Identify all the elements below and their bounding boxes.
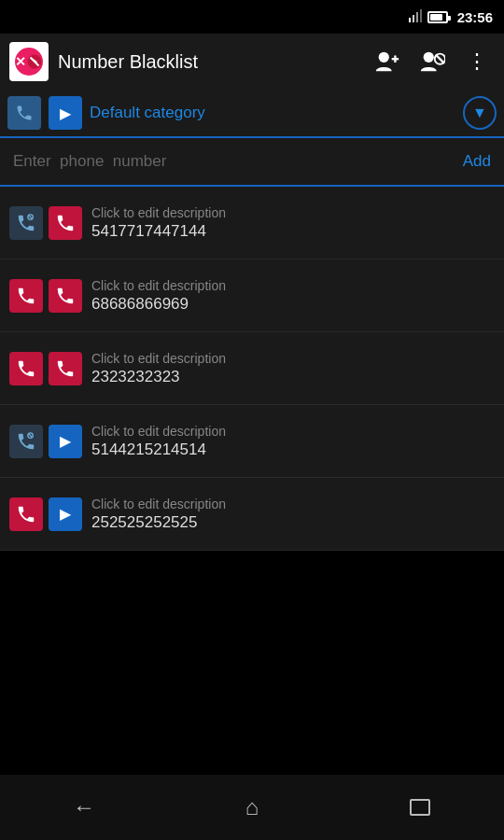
item-description: Click to edit description bbox=[91, 497, 495, 511]
item-action-icon bbox=[49, 206, 82, 240]
item-content: Click to edit description 252525252525 bbox=[88, 497, 495, 532]
battery-icon bbox=[427, 11, 448, 23]
item-content: Click to edit description 5144215214514 bbox=[88, 424, 495, 459]
app-title: Number Blacklist bbox=[58, 51, 360, 73]
item-content: Click to edit description 68686866969 bbox=[88, 278, 495, 314]
overflow-menu-button[interactable]: ⋮ bbox=[459, 44, 495, 79]
overflow-icon: ⋮ bbox=[467, 49, 488, 74]
bottom-navigation: ← ⌂ bbox=[0, 775, 504, 840]
app-logo bbox=[15, 48, 43, 76]
app-icon bbox=[9, 42, 49, 81]
add-person-button[interactable] bbox=[370, 44, 405, 79]
blacklist-list: Click to edit description 5417717447144 … bbox=[0, 187, 504, 551]
item-number: 2323232323 bbox=[91, 368, 495, 386]
phone-number-input[interactable] bbox=[13, 152, 454, 171]
item-phone-icon bbox=[9, 279, 43, 313]
category-dropdown-button[interactable]: ▼ bbox=[463, 96, 497, 130]
add-button[interactable]: Add bbox=[454, 152, 491, 171]
item-phone-icon bbox=[9, 497, 43, 531]
recent-apps-button[interactable] bbox=[392, 784, 448, 831]
item-content: Click to edit description 5417717447144 bbox=[88, 205, 495, 241]
item-content: Click to edit description 2323232323 bbox=[88, 351, 495, 386]
svg-line-11 bbox=[436, 55, 444, 63]
category-label: Default category bbox=[90, 104, 455, 122]
item-description: Click to edit description bbox=[91, 351, 495, 366]
item-action-icon: ▶ bbox=[49, 497, 82, 531]
svg-marker-2 bbox=[413, 15, 414, 22]
home-icon: ⌂ bbox=[245, 794, 259, 820]
item-description: Click to edit description bbox=[91, 205, 495, 220]
item-phone-icon bbox=[9, 206, 43, 240]
svg-marker-1 bbox=[416, 12, 418, 22]
home-button[interactable]: ⌂ bbox=[224, 784, 280, 831]
svg-marker-3 bbox=[409, 18, 411, 22]
item-description: Click to edit description bbox=[91, 278, 495, 293]
blacklist-item[interactable]: Click to edit description 5417717447144 bbox=[0, 187, 504, 259]
back-button[interactable]: ← bbox=[56, 784, 112, 831]
svg-marker-0 bbox=[420, 9, 422, 22]
back-icon: ← bbox=[73, 794, 95, 820]
item-action-icon: ▶ bbox=[49, 425, 82, 458]
status-time: 23:56 bbox=[457, 9, 493, 25]
blacklist-item[interactable]: Click to edit description 68686866969 bbox=[0, 259, 504, 332]
blacklist-item[interactable]: Click to edit description 2323232323 bbox=[0, 332, 504, 405]
item-action-icon bbox=[49, 279, 82, 313]
app-bar: Number Blacklist ⋮ bbox=[0, 34, 504, 90]
item-number: 5144215214514 bbox=[91, 441, 495, 459]
status-bar: 23:56 bbox=[0, 0, 504, 34]
item-number: 252525252525 bbox=[91, 513, 495, 532]
signal-icon bbox=[407, 9, 422, 25]
blacklist-item[interactable]: ▶ Click to edit description 514421521451… bbox=[0, 405, 504, 478]
block-person-button[interactable] bbox=[414, 44, 450, 79]
category-phone-icon bbox=[7, 96, 41, 130]
item-phone-icon bbox=[9, 352, 43, 385]
chevron-down-icon: ▼ bbox=[472, 105, 487, 121]
item-phone-icon bbox=[9, 425, 43, 458]
svg-point-9 bbox=[424, 52, 434, 63]
category-arrow-icon: ▶ bbox=[49, 96, 82, 130]
item-action-icon bbox=[49, 352, 82, 385]
item-description: Click to edit description bbox=[91, 424, 495, 439]
blacklist-item[interactable]: ▶ Click to edit description 252525252525 bbox=[0, 478, 504, 551]
item-number: 68686866969 bbox=[91, 295, 495, 314]
phone-input-bar[interactable]: Add bbox=[0, 138, 504, 187]
category-bar[interactable]: ▶ Default category ▼ bbox=[0, 90, 504, 138]
item-number: 5417717447144 bbox=[91, 222, 495, 241]
recent-apps-icon bbox=[410, 799, 430, 816]
svg-point-6 bbox=[379, 52, 389, 63]
